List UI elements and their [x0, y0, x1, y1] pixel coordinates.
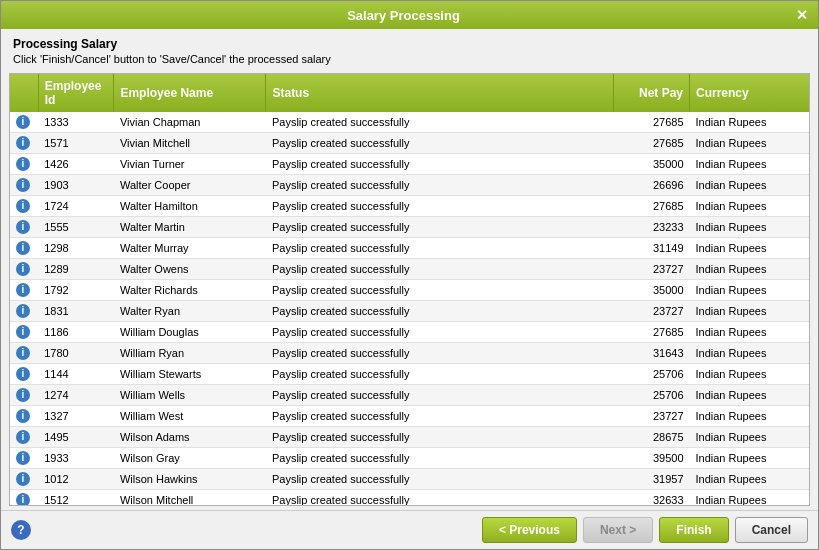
table-row[interactable]: i 1933 Wilson Gray Payslip created succe… [10, 448, 809, 469]
row-employee-name: Walter Ryan [114, 301, 266, 322]
previous-button[interactable]: < Previous [482, 517, 577, 543]
row-currency: Indian Rupees [690, 343, 810, 364]
row-employee-name: Vivian Chapman [114, 112, 266, 133]
table-row[interactable]: i 1831 Walter Ryan Payslip created succe… [10, 301, 809, 322]
row-currency: Indian Rupees [690, 301, 810, 322]
row-info-icon[interactable]: i [10, 406, 38, 427]
row-info-icon[interactable]: i [10, 133, 38, 154]
col-header-employee-id: Employee Id [38, 74, 114, 112]
row-status: Payslip created successfully [266, 280, 614, 301]
row-netpay: 23233 [613, 217, 689, 238]
description-line2: Click 'Finish/Cancel' button to 'Save/Ca… [13, 53, 806, 65]
row-currency: Indian Rupees [690, 217, 810, 238]
row-netpay: 23727 [613, 406, 689, 427]
row-info-icon[interactable]: i [10, 154, 38, 175]
close-button[interactable]: ✕ [796, 7, 808, 23]
row-employee-id: 1144 [38, 364, 114, 385]
table-row[interactable]: i 1327 William West Payslip created succ… [10, 406, 809, 427]
row-netpay: 25706 [613, 385, 689, 406]
row-currency: Indian Rupees [690, 322, 810, 343]
table-row[interactable]: i 1512 Wilson Mitchell Payslip created s… [10, 490, 809, 507]
description-line1: Processing Salary [13, 37, 806, 51]
row-netpay: 31957 [613, 469, 689, 490]
row-employee-name: Walter Richards [114, 280, 266, 301]
row-status: Payslip created successfully [266, 364, 614, 385]
table-row[interactable]: i 1724 Walter Hamilton Payslip created s… [10, 196, 809, 217]
row-employee-name: Vivian Turner [114, 154, 266, 175]
row-info-icon[interactable]: i [10, 469, 38, 490]
row-currency: Indian Rupees [690, 280, 810, 301]
salary-table: Employee Id Employee Name Status Net Pay… [10, 74, 809, 506]
row-info-icon[interactable]: i [10, 490, 38, 507]
cancel-button[interactable]: Cancel [735, 517, 808, 543]
row-info-icon[interactable]: i [10, 175, 38, 196]
row-employee-id: 1792 [38, 280, 114, 301]
table-row[interactable]: i 1144 William Stewarts Payslip created … [10, 364, 809, 385]
row-employee-id: 1831 [38, 301, 114, 322]
row-info-icon[interactable]: i [10, 112, 38, 133]
table-row[interactable]: i 1495 Wilson Adams Payslip created succ… [10, 427, 809, 448]
row-netpay: 39500 [613, 448, 689, 469]
row-currency: Indian Rupees [690, 175, 810, 196]
row-status: Payslip created successfully [266, 238, 614, 259]
row-currency: Indian Rupees [690, 154, 810, 175]
next-button[interactable]: Next > [583, 517, 653, 543]
row-info-icon[interactable]: i [10, 280, 38, 301]
row-employee-id: 1933 [38, 448, 114, 469]
row-employee-name: William Douglas [114, 322, 266, 343]
row-employee-name: William Stewarts [114, 364, 266, 385]
row-employee-id: 1289 [38, 259, 114, 280]
row-info-icon[interactable]: i [10, 259, 38, 280]
title-bar: Salary Processing ✕ [1, 1, 818, 29]
row-info-icon[interactable]: i [10, 301, 38, 322]
table-row[interactable]: i 1289 Walter Owens Payslip created succ… [10, 259, 809, 280]
row-info-icon[interactable]: i [10, 322, 38, 343]
row-info-icon[interactable]: i [10, 238, 38, 259]
table-row[interactable]: i 1792 Walter Richards Payslip created s… [10, 280, 809, 301]
table-row[interactable]: i 1426 Vivian Turner Payslip created suc… [10, 154, 809, 175]
table-row[interactable]: i 1333 Vivian Chapman Payslip created su… [10, 112, 809, 133]
table-row[interactable]: i 1903 Walter Cooper Payslip created suc… [10, 175, 809, 196]
row-netpay: 35000 [613, 280, 689, 301]
table-row[interactable]: i 1555 Walter Martin Payslip created suc… [10, 217, 809, 238]
row-info-icon[interactable]: i [10, 427, 38, 448]
table-row[interactable]: i 1012 Wilson Hawkins Payslip created su… [10, 469, 809, 490]
row-employee-id: 1186 [38, 322, 114, 343]
row-employee-id: 1274 [38, 385, 114, 406]
table-header-row: Employee Id Employee Name Status Net Pay… [10, 74, 809, 112]
footer-left: ? [11, 520, 31, 540]
row-netpay: 26696 [613, 175, 689, 196]
row-info-icon[interactable]: i [10, 217, 38, 238]
table-row[interactable]: i 1186 William Douglas Payslip created s… [10, 322, 809, 343]
row-info-icon[interactable]: i [10, 385, 38, 406]
row-currency: Indian Rupees [690, 259, 810, 280]
table-row[interactable]: i 1571 Vivian Mitchell Payslip created s… [10, 133, 809, 154]
row-employee-name: William Ryan [114, 343, 266, 364]
row-status: Payslip created successfully [266, 196, 614, 217]
row-employee-name: Walter Hamilton [114, 196, 266, 217]
row-employee-id: 1495 [38, 427, 114, 448]
row-employee-id: 1327 [38, 406, 114, 427]
row-netpay: 27685 [613, 196, 689, 217]
col-header-employee-name: Employee Name [114, 74, 266, 112]
row-info-icon[interactable]: i [10, 343, 38, 364]
row-currency: Indian Rupees [690, 427, 810, 448]
table-row[interactable]: i 1274 William Wells Payslip created suc… [10, 385, 809, 406]
row-netpay: 25706 [613, 364, 689, 385]
row-currency: Indian Rupees [690, 112, 810, 133]
table-row[interactable]: i 1780 William Ryan Payslip created succ… [10, 343, 809, 364]
row-info-icon[interactable]: i [10, 196, 38, 217]
dialog-title: Salary Processing [11, 8, 796, 23]
salary-table-container[interactable]: Employee Id Employee Name Status Net Pay… [9, 73, 810, 506]
row-employee-name: William Wells [114, 385, 266, 406]
table-row[interactable]: i 1298 Walter Murray Payslip created suc… [10, 238, 809, 259]
row-employee-id: 1426 [38, 154, 114, 175]
row-status: Payslip created successfully [266, 469, 614, 490]
row-info-icon[interactable]: i [10, 448, 38, 469]
finish-button[interactable]: Finish [659, 517, 728, 543]
row-info-icon[interactable]: i [10, 364, 38, 385]
row-netpay: 28675 [613, 427, 689, 448]
help-icon[interactable]: ? [11, 520, 31, 540]
row-employee-id: 1903 [38, 175, 114, 196]
row-employee-name: Wilson Mitchell [114, 490, 266, 507]
